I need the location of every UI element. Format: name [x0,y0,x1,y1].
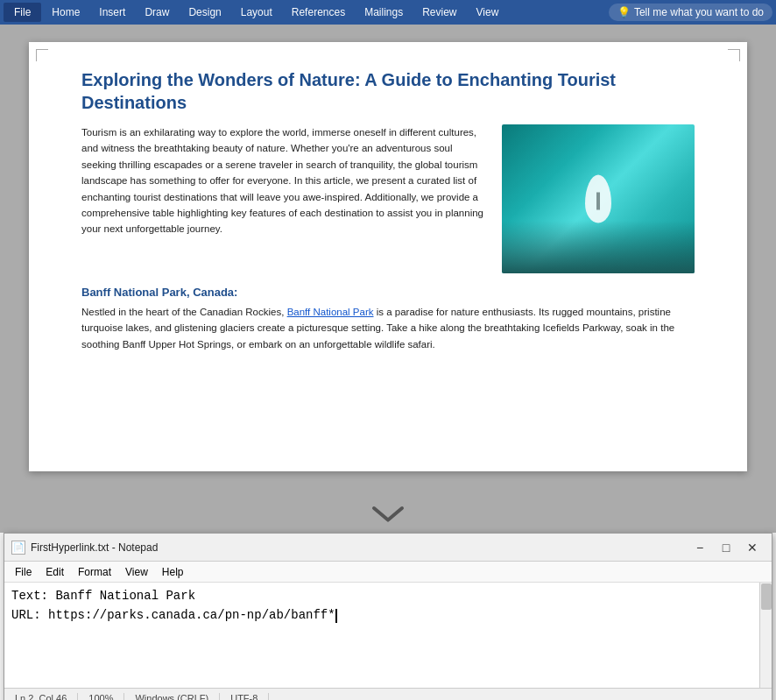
maximize-button[interactable]: □ [714,538,738,557]
notepad-menubar: File Edit Format View Help [4,562,772,583]
notepad-window-controls: − □ ✕ [688,538,765,557]
notepad-help-menu[interactable]: Help [155,564,191,580]
document-title: Exploring the Wonders of Nature: A Guide… [81,68,695,114]
status-zoom: 100% [78,693,124,701]
doc-intro-text: Tourism is an exhilarating way to explor… [81,124,488,273]
notepad-format-menu[interactable]: Format [71,564,118,580]
lightbulb-icon: 💡 [617,6,631,18]
notepad-window: 📄 FirstHyperlink.txt - Notepad − □ ✕ Fil… [4,533,772,700]
word-menubar: File Home Insert Draw Design Layout Refe… [0,0,776,25]
notepad-file-menu[interactable]: File [8,564,39,580]
banff-section-text: Nestled in the heart of the Canadian Roc… [81,304,695,352]
scrollbar-thumb[interactable] [761,583,772,610]
notepad-view-menu[interactable]: View [118,564,155,580]
notepad-line-2: URL: https://parks.canada.ca/pn-np/ab/ba… [11,605,765,625]
scroll-arrow-container [0,498,776,533]
down-chevron-icon [370,502,406,528]
word-document-area: Exploring the Wonders of Nature: A Guide… [0,25,776,498]
notepad-titlebar: 📄 FirstHyperlink.txt - Notepad − □ ✕ [4,534,772,562]
page-corner-tr [728,49,740,61]
notepad-app-icon: 📄 [11,541,25,555]
minimize-button[interactable]: − [688,538,712,557]
banff-text-pre: Nestled in the heart of the Canadian Roc… [81,307,287,317]
tell-me-text: Tell me what you want to do [634,6,764,18]
notepad-statusbar: Ln 2, Col 46 100% Windows (CRLF) UTF-8 [4,688,772,700]
references-menu[interactable]: References [283,3,354,22]
notepad-content-area[interactable]: Text: Banff National Park URL: https://p… [4,583,772,688]
banff-hyperlink[interactable]: Banff National Park [287,307,374,317]
design-menu[interactable]: Design [180,3,229,22]
view-menu[interactable]: View [468,3,508,22]
file-menu[interactable]: File [4,3,41,22]
review-menu[interactable]: Review [413,3,465,22]
status-encoding: UTF-8 [220,693,269,701]
image-coral-overlay [502,221,695,273]
page-corner-tl [36,49,48,61]
tell-me-bar[interactable]: 💡 Tell me what you want to do [609,4,772,21]
doc-nature-image [502,124,695,273]
close-button[interactable]: ✕ [740,538,765,557]
home-menu[interactable]: Home [43,3,88,22]
notepad-edit-menu[interactable]: Edit [39,564,71,580]
notepad-title: FirstHyperlink.txt - Notepad [31,541,688,554]
doc-intro-section: Tourism is an exhilarating way to explor… [81,124,695,273]
notepad-scrollbar[interactable] [759,583,772,688]
notepad-line-1: Text: Banff National Park [11,586,765,605]
word-page: Exploring the Wonders of Nature: A Guide… [29,42,747,471]
notepad-line-2-text: URL: https://parks.canada.ca/pn-np/ab/ba… [11,608,335,622]
status-eol: Windows (CRLF) [124,693,220,701]
draw-menu[interactable]: Draw [136,3,178,22]
insert-menu[interactable]: Insert [90,3,134,22]
banff-section-heading: Banff National Park, Canada: [81,286,695,299]
mailings-menu[interactable]: Mailings [356,3,412,22]
text-cursor [335,609,337,623]
status-ln-col: Ln 2, Col 46 [11,693,78,701]
layout-menu[interactable]: Layout [232,3,281,22]
image-kayak [585,175,611,223]
